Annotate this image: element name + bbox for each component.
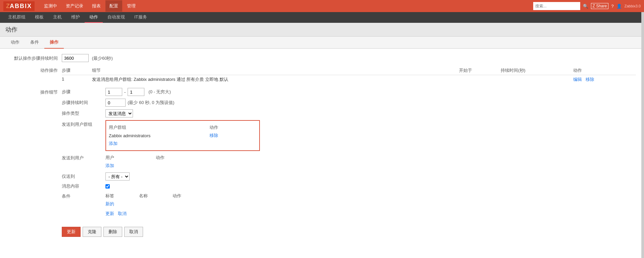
version-label: Zabbix3.0	[625, 4, 641, 8]
conditions-table: 标签 名称 动作 新的	[105, 192, 206, 208]
user-icon[interactable]: 👤	[616, 4, 622, 9]
ug-remove[interactable]: 移除	[210, 132, 257, 140]
user-col-action: 动作	[156, 154, 206, 162]
col-action: 动作	[573, 66, 636, 75]
top-nav-menu: 监测中 资产记录 报表 配置 管理	[40, 0, 140, 12]
table-row: 添加	[109, 140, 257, 148]
op-duration	[501, 75, 573, 84]
search-icon[interactable]: 🔍	[583, 4, 588, 9]
share-icon[interactable]: Z Share	[591, 3, 609, 9]
default-step-row: 默认操作步骤持续时间 (最少60秒)	[8, 54, 636, 62]
op-detail: 发送消息给用户群组: Zabbix administrators 通过 所有介质…	[92, 75, 459, 84]
search-input[interactable]	[533, 2, 580, 10]
message-content-label: 消息内容	[62, 183, 105, 189]
step-inputs: - (0 - 无穷大)	[105, 88, 171, 96]
action-operations-table: 步骤 细节 开始于 持续时间(秒) 动作 1 发送消息给用户群组: Zabbix…	[62, 66, 636, 84]
op-step: 1	[62, 75, 92, 84]
sec-nav-maintenance[interactable]: 维护	[66, 12, 85, 23]
ug-col-action: 动作	[210, 123, 257, 132]
step-duration-sub-row: 步骤持续时间 (最少 60 秒, 0 为预设值)	[62, 99, 636, 107]
op-edit-link[interactable]: 编辑	[573, 77, 582, 82]
clone-button[interactable]: 克隆	[83, 227, 101, 237]
sec-nav-itservices[interactable]: IT服务	[130, 12, 152, 23]
sec-navbar: 主机群组 模板 主机 维护 动作 自动发现 IT服务	[0, 12, 644, 23]
top-navbar: Z ABBIX 监测中 资产记录 报表 配置 管理 🔍 Z Share ? 👤 …	[0, 0, 644, 12]
step-from-input[interactable]	[105, 88, 122, 96]
nav-item-monitor[interactable]: 监测中	[40, 0, 61, 12]
delete-button[interactable]: 删除	[103, 227, 122, 237]
top-nav-right: 🔍 Z Share ? 👤 Zabbix3.0	[533, 2, 641, 10]
cond-col-name: 名称	[139, 192, 173, 200]
sec-nav-menu: 主机群组 模板 主机 维护 动作 自动发现 IT服务	[3, 12, 152, 23]
action-operations-label: 动作操作	[8, 66, 62, 73]
conditions-sub-row: 条件 标签 名称 动作	[62, 192, 636, 208]
sec-nav-hostgroups[interactable]: 主机群组	[3, 12, 30, 23]
operation-detail-row: 操作细节 步骤 - (0 - 无穷大) 步骤持续时间 (最少	[8, 88, 636, 220]
conditions-label: 条件	[62, 192, 105, 199]
help-icon[interactable]: ?	[611, 4, 613, 9]
conditions-section: 标签 名称 动作 新的	[105, 192, 206, 208]
ug-remove-link[interactable]: 移除	[210, 133, 218, 138]
sec-nav-actions[interactable]: 动作	[85, 12, 103, 23]
operation-type-sub-row: 操作类型 发送消息	[62, 109, 636, 117]
nav-item-config[interactable]: 配置	[105, 0, 122, 12]
main-content: 默认操作步骤持续时间 (最少60秒) 动作操作 步骤 细节 开始于 持续时间(秒…	[0, 49, 644, 242]
add-usergroup-link[interactable]: 添加	[109, 141, 118, 146]
sec-nav-templates[interactable]: 模板	[30, 12, 48, 23]
only-to-select[interactable]: - 所有 -	[105, 172, 130, 180]
usergroup-table: 用户群组 动作 Zabbix administrators 移除	[109, 123, 257, 148]
operation-detail-content: 步骤 - (0 - 无穷大) 步骤持续时间 (最少 60 秒, 0 为预设值)	[62, 88, 636, 220]
col-step: 步骤	[62, 66, 92, 75]
cond-add-cell: 新的	[105, 200, 206, 208]
send-to-user-sub-row: 发送到用户 用户 动作	[62, 154, 636, 170]
page-title: 动作	[5, 25, 639, 34]
only-to-sub-row: 仅送到 - 所有 -	[62, 172, 636, 180]
inline-update-link[interactable]: 更新	[105, 211, 114, 216]
nav-item-reports[interactable]: 报表	[88, 0, 105, 12]
cancel-button[interactable]: 取消	[124, 227, 143, 237]
sec-nav-discovery[interactable]: 自动发现	[103, 12, 130, 23]
inline-cancel-link[interactable]: 取消	[118, 211, 127, 216]
step-duration-input[interactable]	[105, 99, 126, 107]
tab-operations[interactable]: 操作	[44, 37, 64, 49]
add-user-link[interactable]: 添加	[105, 163, 114, 168]
default-step-input[interactable]	[62, 54, 89, 62]
cond-col-action: 动作	[173, 192, 206, 200]
logo-z: Z	[6, 3, 10, 10]
operation-detail-label: 操作细节	[8, 88, 62, 95]
col-duration: 持续时间(秒)	[501, 66, 573, 75]
ug-name: Zabbix administrators	[109, 132, 210, 140]
ug-col-name: 用户群组	[109, 123, 210, 132]
tab-action[interactable]: 动作	[5, 37, 25, 49]
col-start-at: 开始于	[459, 66, 501, 75]
step-dash: -	[124, 90, 126, 95]
step-label: 步骤	[62, 89, 105, 95]
add-condition-link[interactable]: 新的	[105, 201, 114, 206]
action-operations-value: 步骤 细节 开始于 持续时间(秒) 动作 1 发送消息给用户群组: Zabbix…	[62, 66, 636, 84]
logo-text: ABBIX	[10, 3, 32, 10]
action-operations-row: 动作操作 步骤 细节 开始于 持续时间(秒) 动作 1 发送消息给用户群组: Z…	[8, 66, 636, 84]
step-to-input[interactable]	[128, 88, 144, 96]
logo[interactable]: Z ABBIX	[3, 1, 35, 11]
tabs-bar: 动作 条件 操作	[0, 37, 644, 49]
step-hint: (0 - 无穷大)	[148, 89, 171, 95]
sec-nav-hosts[interactable]: 主机	[48, 12, 66, 23]
op-remove-link[interactable]: 移除	[586, 77, 594, 82]
col-detail: 细节	[92, 66, 459, 75]
scrollbar[interactable]	[641, 12, 644, 242]
table-row: 新的	[105, 200, 206, 208]
tab-conditions[interactable]: 条件	[25, 37, 44, 49]
send-to-usergroup-sub-row: 发送到用户群组 用户群组 动作 Zabbix adm	[62, 120, 636, 151]
message-content-sub-row: 消息内容	[62, 183, 636, 189]
op-actions: 编辑 移除	[573, 75, 636, 84]
nav-item-assets[interactable]: 资产记录	[62, 0, 87, 12]
user-add-cell: 添加	[105, 162, 206, 170]
usergroup-section: 用户群组 动作 Zabbix administrators 移除	[105, 120, 260, 151]
message-content-checkbox[interactable]	[105, 184, 110, 189]
operation-type-select[interactable]: 发送消息	[105, 109, 133, 117]
nav-item-admin[interactable]: 管理	[123, 0, 140, 12]
step-row: 步骤 - (0 - 无穷大)	[62, 88, 636, 96]
table-row: 1 发送消息给用户群组: Zabbix administrators 通过 所有…	[62, 75, 636, 84]
step-duration-hint: (最少 60 秒, 0 为预设值)	[128, 100, 174, 106]
update-button[interactable]: 更新	[62, 227, 81, 237]
